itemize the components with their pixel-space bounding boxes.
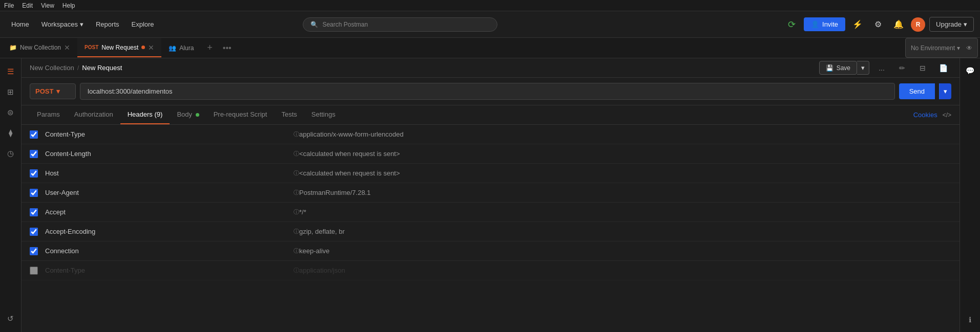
- header-checkbox[interactable]: [30, 150, 38, 158]
- tab-pre-request[interactable]: Pre-request Script: [206, 105, 275, 124]
- layout-icon[interactable]: ⊟: [914, 60, 931, 76]
- document-icon[interactable]: 📄: [935, 60, 951, 76]
- header-row: Connectionⓘkeep-alive: [22, 241, 960, 261]
- header-value: PostmanRuntime/7.28.1: [299, 189, 951, 196]
- avatar[interactable]: R: [911, 17, 925, 32]
- webhooks-icon[interactable]: ⚡: [849, 16, 866, 33]
- header-info-icon[interactable]: ⓘ: [294, 130, 299, 138]
- save-button[interactable]: 💾 Save: [819, 61, 857, 75]
- header-info-icon[interactable]: ⓘ: [294, 247, 299, 255]
- tab-add-button[interactable]: +: [201, 38, 219, 58]
- sidebar-apis-icon[interactable]: ⊞: [2, 83, 20, 101]
- save-chevron-button[interactable]: ▾: [857, 61, 869, 75]
- tab-params[interactable]: Params: [30, 105, 67, 124]
- tab-request-close-icon[interactable]: ✕: [148, 43, 154, 52]
- tab-body[interactable]: Body: [170, 105, 206, 124]
- edit-icon[interactable]: ✏: [894, 60, 910, 76]
- notifications-icon[interactable]: 🔔: [890, 16, 907, 33]
- header-info-icon[interactable]: ⓘ: [294, 189, 299, 196]
- breadcrumb-collection[interactable]: New Collection: [30, 64, 74, 72]
- url-input[interactable]: [80, 83, 895, 100]
- header-row: Acceptⓘ*/*: [22, 203, 960, 222]
- send-button[interactable]: Send: [899, 83, 935, 99]
- header-value: <calculated when request is sent>: [299, 169, 951, 177]
- header-checkbox[interactable]: [30, 228, 38, 236]
- header-checkbox[interactable]: [30, 247, 38, 255]
- header-checkbox[interactable]: [30, 208, 38, 216]
- tab-authorization[interactable]: Authorization: [67, 105, 120, 124]
- workspaces-chevron-icon: ▾: [80, 20, 84, 28]
- env-label: No Environment: [911, 45, 955, 52]
- header-key: Content-Length: [45, 150, 291, 158]
- header-checkbox[interactable]: [30, 130, 38, 139]
- search-icon: 🔍: [310, 21, 318, 28]
- nav-home[interactable]: Home: [6, 17, 34, 31]
- menu-edit[interactable]: Edit: [22, 2, 33, 9]
- nav-reports[interactable]: Reports: [91, 17, 124, 31]
- invite-button[interactable]: 👤 Invite: [804, 17, 845, 31]
- invite-icon: 👤: [811, 20, 819, 28]
- header-row: Content-Typeⓘapplication/json: [22, 261, 960, 280]
- settings-icon[interactable]: ⚙: [870, 16, 886, 33]
- request-bar: POST ▾ Send ▾: [22, 78, 960, 105]
- code-snippet-button[interactable]: </>: [943, 112, 951, 119]
- tab-headers[interactable]: Headers (9): [120, 105, 170, 124]
- sync-icon[interactable]: ⟳: [783, 16, 800, 33]
- header-checkbox[interactable]: [30, 267, 38, 275]
- comment-icon[interactable]: 💬: [962, 62, 978, 79]
- sidebar-history-icon[interactable]: ↺: [2, 309, 20, 328]
- sidebar-mock-icon[interactable]: ⧫: [2, 124, 20, 142]
- env-eye-icon[interactable]: 👁: [966, 45, 972, 52]
- headers-table: Content-Typeⓘapplication/x-www-form-urle…: [22, 125, 960, 332]
- method-selector[interactable]: POST ▾: [30, 83, 76, 99]
- header-value: <calculated when request is sent>: [299, 150, 951, 158]
- tabs-bar: 📁 New Collection ✕ POST New Request ✕ 👥 …: [0, 38, 980, 58]
- environment-selector[interactable]: No Environment ▾ 👁: [905, 38, 978, 58]
- header-key: User-Agent: [45, 189, 291, 196]
- menu-help[interactable]: Help: [62, 2, 75, 9]
- menu-bar: File Edit View Help: [0, 0, 980, 11]
- cookies-link[interactable]: Cookies: [913, 111, 937, 119]
- breadcrumb-separator: /: [77, 64, 79, 72]
- nav-workspaces[interactable]: Workspaces ▾: [36, 17, 89, 31]
- tab-alura[interactable]: 👥 Alura: [161, 38, 201, 58]
- header-info-icon[interactable]: ⓘ: [294, 208, 299, 216]
- header-value: application/json: [299, 267, 951, 274]
- sidebar-environments-icon[interactable]: ⊜: [2, 103, 20, 122]
- menu-view[interactable]: View: [41, 2, 54, 9]
- tab-settings[interactable]: Settings: [304, 105, 343, 124]
- upgrade-button[interactable]: Upgrade ▾: [929, 17, 974, 32]
- header-key: Accept: [45, 208, 291, 216]
- search-bar[interactable]: 🔍 Search Postman: [303, 17, 497, 32]
- header-checkbox[interactable]: [30, 169, 38, 178]
- headers-count-badge: (9): [154, 110, 162, 118]
- tab-alura-label: Alura: [179, 45, 194, 52]
- sidebar: ☰ ⊞ ⊜ ⧫ ◷ ↺: [0, 58, 22, 332]
- send-dropdown-button[interactable]: ▾: [939, 83, 951, 99]
- method-chevron-icon: ▾: [56, 87, 60, 95]
- breadcrumb-more-button[interactable]: ...: [873, 60, 890, 76]
- header-info-icon[interactable]: ⓘ: [294, 228, 299, 235]
- tab-collection-close-icon[interactable]: ✕: [64, 43, 70, 52]
- header-key: Content-Type: [45, 267, 291, 274]
- sidebar-monitors-icon[interactable]: ◷: [2, 144, 20, 163]
- header-info-icon[interactable]: ⓘ: [294, 169, 299, 177]
- tab-new-collection[interactable]: 📁 New Collection ✕: [2, 38, 77, 58]
- sidebar-collections-icon[interactable]: ☰: [2, 62, 20, 81]
- content-area: New Collection / New Request 💾 Save ▾ ..…: [22, 58, 960, 332]
- search-placeholder: Search Postman: [322, 21, 368, 28]
- tab-more-button[interactable]: •••: [219, 38, 236, 58]
- info-circle-icon[interactable]: ℹ: [962, 312, 978, 328]
- nav-explore[interactable]: Explore: [127, 17, 159, 31]
- header-info-icon[interactable]: ⓘ: [294, 267, 299, 274]
- breadcrumb-request: New Request: [82, 64, 122, 72]
- tab-new-request[interactable]: POST New Request ✕: [77, 38, 161, 58]
- menu-file[interactable]: File: [4, 2, 14, 9]
- breadcrumb-bar: New Collection / New Request 💾 Save ▾ ..…: [22, 58, 960, 78]
- header-info-icon[interactable]: ⓘ: [294, 150, 299, 158]
- header-checkbox[interactable]: [30, 189, 38, 197]
- right-panel: 💬 ℹ: [960, 58, 980, 332]
- tab-tests[interactable]: Tests: [274, 105, 304, 124]
- tab-request-label: New Request: [101, 44, 138, 51]
- header-value: gzip, deflate, br: [299, 228, 951, 235]
